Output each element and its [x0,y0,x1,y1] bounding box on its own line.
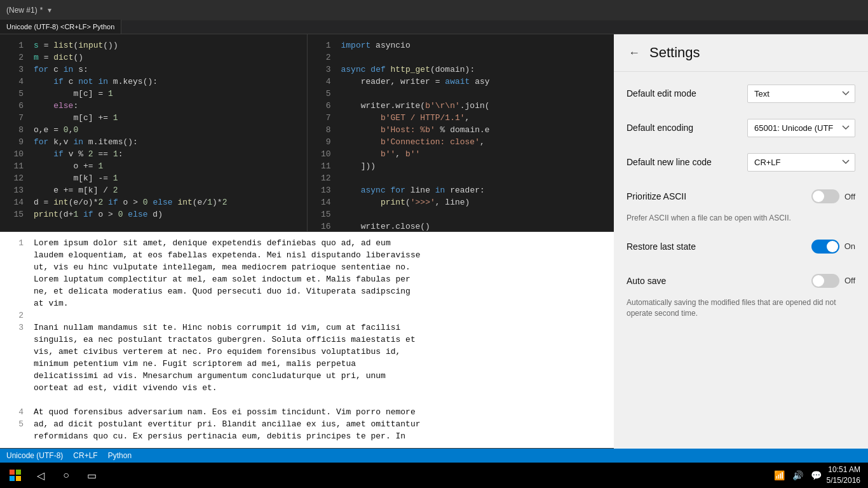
main-content: 12345 678910 1112131415 s = list(input()… [0,34,868,449]
setting-row-autosave: Auto save Off [627,269,855,292]
settings-back-button[interactable]: ← [627,45,642,60]
encoding-control[interactable]: 65001: Unicode (UTF [747,119,855,137]
restore-toggle-label: On [844,241,855,251]
setting-row-encoding: Default encoding 65001: Unicode (UTF [627,116,855,139]
editors-container: 12345 678910 1112131415 s = list(input()… [0,34,614,449]
restore-label: Restore last state [627,241,811,252]
editor-row-top: 12345 678910 1112131415 s = list(input()… [0,34,614,232]
setting-row-newline: Default new line code CR+LF LF CR [627,151,855,173]
status-encoding: Unicode (UTF-8) [6,451,63,460]
line-numbers-left: 12345 678910 1112131415 [0,34,29,231]
code-panel-left: 12345 678910 1112131415 s = list(input()… [0,34,307,231]
settings-title: Settings [649,44,700,61]
ascii-toggle-knob [813,191,824,202]
restore-toggle[interactable] [811,240,839,254]
newline-label: Default new line code [627,157,747,167]
title-chevron[interactable]: ▾ [48,6,51,15]
code-content-right[interactable]: import asyncio async def http_get(domain… [336,34,614,231]
ascii-toggle[interactable] [811,189,839,203]
message-icon: 💬 [808,470,824,480]
svg-rect-3 [16,476,21,481]
network-icon: 📶 [771,470,787,480]
edit-mode-select[interactable]: Text Hex [747,85,855,103]
status-language: Python [108,451,132,460]
settings-header: ← Settings [614,34,868,72]
autosave-label: Auto save [627,276,811,286]
title-bar-text: (New #1) [6,6,37,15]
encoding-label: Default encoding [627,123,747,133]
status-bar: Unicode (UTF-8) CR+LF Python [0,449,868,463]
settings-panel: ← Settings Default edit mode Text Hex De… [614,34,868,449]
clock-date: 5/15/2016 [827,475,860,486]
ascii-control[interactable]: Off [811,189,855,203]
autosave-toggle-label: Off [844,276,855,285]
taskbar-task-button[interactable]: ▭ [79,463,104,488]
code-content-left[interactable]: s = list(input()) m = dict() for c in s:… [29,34,307,231]
line-numbers-bottom: 1 2 3 4 5 [0,232,29,448]
ascii-toggle-label: Off [844,192,855,201]
svg-rect-2 [10,476,15,481]
line-numbers-right: 12345 678910 1112131415 1617181920 2122 [308,34,336,231]
newline-select[interactable]: CR+LF LF CR [747,153,855,172]
title-modified: * [40,6,43,15]
start-button[interactable] [3,463,28,488]
taskbar-search-button[interactable]: ○ [53,463,79,488]
taskbar-right: 📶 🔊 💬 10:51 AM 5/15/2016 [771,464,865,486]
setting-row-edit-mode: Default edit mode Text Hex [627,82,855,105]
autosave-control[interactable]: Off [811,274,855,288]
setting-row-restore: Restore last state On [627,235,855,258]
autosave-toggle-knob [813,275,824,287]
newline-control[interactable]: CR+LF LF CR [747,153,855,172]
svg-rect-1 [16,470,21,475]
restore-control[interactable]: On [811,240,855,254]
autosave-description: Automatically saving the modified files … [627,297,855,319]
ascii-label: Prioritize ASCII [627,191,811,201]
status-lineending: CR+LF [73,451,97,460]
ascii-description: Prefer ASCII when a file can be open wit… [627,213,855,224]
encoding-select[interactable]: 65001: Unicode (UTF [747,119,855,137]
restore-toggle-knob [827,241,838,252]
taskbar-back-button[interactable]: ◁ [28,463,53,488]
svg-rect-0 [10,470,15,475]
tab-subtitle: Unicode (UTF-8) <CR+LF> Python [0,20,121,34]
code-panel-right: 12345 678910 1112131415 1617181920 2122 … [308,34,614,231]
autosave-toggle[interactable] [811,274,839,288]
volume-icon: 🔊 [790,470,806,480]
setting-row-ascii: Prioritize ASCII Off [627,185,855,208]
editor-row-bottom: 1 2 3 4 5 [0,232,614,449]
text-content[interactable]: Lorem ipsum dolor sit amet, denique expe… [29,232,614,448]
tab-bar: Unicode (UTF-8) <CR+LF> Python [0,20,868,34]
text-panel: 1 2 3 4 5 [0,232,614,448]
taskbar: ◁ ○ ▭ 📶 🔊 💬 10:51 AM 5/15/2016 [0,463,868,488]
taskbar-clock: 10:51 AM 5/15/2016 [827,464,860,486]
clock-time: 10:51 AM [827,464,860,475]
edit-mode-label: Default edit mode [627,88,747,98]
tab-subtitle-text: Unicode (UTF-8) <CR+LF> Python [6,23,114,30]
edit-mode-control[interactable]: Text Hex [747,85,855,103]
title-bar: (New #1) * ▾ [0,0,868,20]
settings-body: Default edit mode Text Hex Default encod… [614,72,868,449]
